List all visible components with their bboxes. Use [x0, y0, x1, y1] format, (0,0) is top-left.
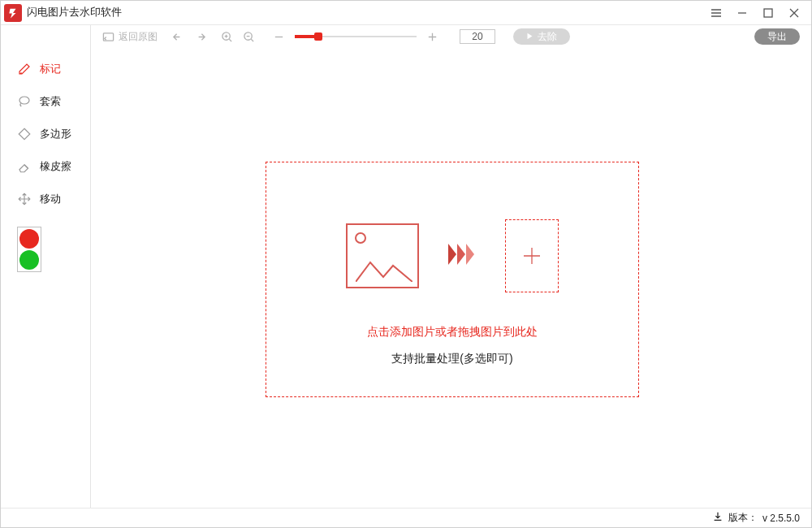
- brush-size-field[interactable]: 20: [460, 29, 495, 44]
- color-swatch-red[interactable]: [19, 229, 39, 249]
- move-icon: [17, 192, 32, 206]
- chevrons-right-icon: [448, 244, 476, 268]
- app-logo-icon: [4, 4, 22, 22]
- reset-icon: [102, 31, 114, 43]
- minimize-icon[interactable]: [736, 7, 748, 19]
- main-area: 标记 套索 多边形 橡皮擦 移动: [1, 25, 811, 508]
- tool-label: 多边形: [40, 127, 71, 141]
- remove-watermark-button[interactable]: 去除: [513, 28, 570, 45]
- image-drop-zone[interactable]: 点击添加图片或者拖拽图片到此处 支持批量处理(多选即可): [266, 162, 639, 397]
- play-icon: [526, 31, 533, 42]
- export-label: 导出: [767, 30, 787, 44]
- menu-icon[interactable]: [710, 7, 722, 19]
- tool-mark[interactable]: 标记: [17, 53, 90, 85]
- brush-plus-icon[interactable]: [426, 31, 438, 43]
- tool-sidebar: 标记 套索 多边形 橡皮擦 移动: [1, 25, 90, 508]
- tool-label: 橡皮擦: [40, 159, 71, 174]
- close-icon[interactable]: [788, 7, 800, 19]
- image-placeholder-icon: [346, 223, 419, 288]
- color-swatch-box: [17, 227, 41, 272]
- canvas-panel: 返回原图: [90, 25, 811, 508]
- zoom-in-icon[interactable]: [221, 31, 233, 43]
- undo-icon[interactable]: [172, 31, 184, 43]
- svg-point-1: [19, 97, 29, 104]
- redo-icon[interactable]: [194, 31, 206, 43]
- eraser-icon: [17, 159, 32, 174]
- app-title: 闪电图片去水印软件: [27, 6, 710, 19]
- remove-label: 去除: [538, 30, 557, 44]
- canvas-toolbar: 返回原图: [91, 25, 811, 48]
- brush-size-slider[interactable]: [295, 31, 417, 42]
- export-button[interactable]: 导出: [754, 28, 800, 45]
- color-swatch-green[interactable]: [19, 250, 39, 270]
- drop-zone-graphic: [266, 219, 638, 292]
- add-image-button[interactable]: [505, 219, 559, 292]
- lasso-icon: [17, 94, 32, 109]
- brush-minus-icon[interactable]: [273, 31, 285, 43]
- reset-label: 返回原图: [119, 30, 158, 44]
- svg-rect-2: [103, 32, 113, 40]
- tool-polygon[interactable]: 多边形: [17, 118, 90, 150]
- polygon-icon: [17, 127, 32, 141]
- marker-icon: [17, 62, 32, 76]
- tool-label: 移动: [40, 192, 61, 206]
- status-bar: 版本： v 2.5.5.0: [1, 508, 811, 527]
- maximize-icon[interactable]: [762, 7, 774, 19]
- drop-zone-secondary-text: 支持批量处理(多选即可): [266, 352, 638, 366]
- tool-label: 套索: [40, 94, 61, 109]
- tool-label: 标记: [40, 62, 61, 76]
- tool-eraser[interactable]: 橡皮擦: [17, 150, 90, 183]
- download-icon[interactable]: [712, 511, 723, 525]
- version-value: v 2.5.5.0: [762, 513, 800, 524]
- tool-lasso[interactable]: 套索: [17, 85, 90, 118]
- drop-zone-primary-text: 点击添加图片或者拖拽图片到此处: [266, 325, 638, 340]
- tool-move[interactable]: 移动: [17, 183, 90, 215]
- zoom-out-icon[interactable]: [243, 31, 255, 43]
- reset-original-button[interactable]: 返回原图: [102, 30, 158, 44]
- svg-rect-0: [764, 9, 772, 17]
- title-bar: 闪电图片去水印软件: [1, 1, 811, 25]
- version-label: 版本：: [728, 511, 758, 525]
